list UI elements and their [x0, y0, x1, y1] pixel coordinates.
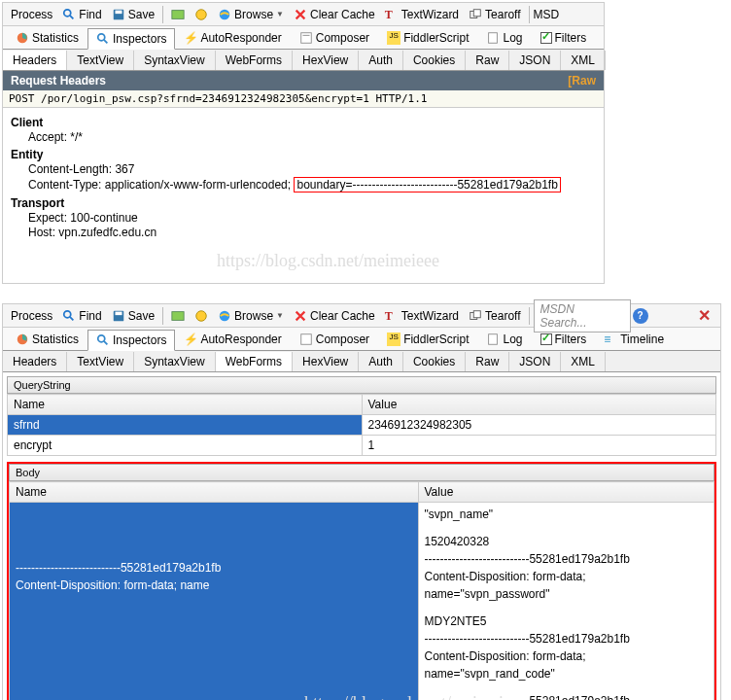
- tearoff-label: Tearoff: [485, 8, 520, 21]
- process-button[interactable]: Process: [7, 6, 56, 23]
- tearoff-button[interactable]: Tearoff: [465, 307, 524, 325]
- save-button[interactable]: Save: [108, 307, 158, 325]
- bottom-inspector-tabs: Statistics Inspectors ⚡AutoResponder Com…: [3, 328, 720, 351]
- table-row[interactable]: ---------------------------55281ed179a2b…: [10, 503, 714, 701]
- image-icon: [171, 8, 185, 21]
- text-wizard-button[interactable]: T TextWizard: [381, 6, 463, 23]
- textwizard-icon: T: [385, 309, 399, 323]
- svg-line-11: [104, 39, 108, 43]
- content-type-pre: Content-Type: application/x-www-form-url…: [28, 178, 291, 192]
- process-button[interactable]: Process: [7, 307, 56, 325]
- tab-timeline[interactable]: ≡Timeline: [595, 329, 673, 350]
- top-panel: Process Find Save Browse ▼ Clear Cache T…: [2, 2, 605, 284]
- bottom-panel: Process Find Save Browse▼ Clear Cache TT…: [2, 303, 721, 700]
- subtab-raw[interactable]: Raw: [466, 51, 509, 70]
- content-length-header: Content-Length: 367: [11, 162, 596, 176]
- tab-composer[interactable]: Composer: [291, 27, 378, 49]
- table-row[interactable]: sfrnd 2346912324982305: [8, 415, 716, 436]
- body-name-cell: ---------------------------55281ed179a2b…: [10, 503, 419, 701]
- img1-button[interactable]: [167, 307, 189, 325]
- find-button[interactable]: Find: [58, 307, 105, 325]
- clear-cache-button[interactable]: Clear Cache: [290, 6, 379, 23]
- tab-filters[interactable]: Filters: [532, 329, 596, 350]
- tab-log[interactable]: Log: [477, 27, 531, 49]
- subtab-headers[interactable]: Headers: [3, 51, 67, 70]
- script-icon: JS: [387, 332, 400, 346]
- search-icon: [62, 309, 76, 323]
- text-wizard-button[interactable]: TTextWizard: [381, 307, 463, 325]
- subtab-hexview[interactable]: HexView: [293, 352, 359, 371]
- body-value-cell: "svpn_name" 1520420328 -----------------…: [418, 503, 714, 701]
- textwizard-icon: T: [385, 8, 399, 21]
- tab-autoresponder[interactable]: ⚡AutoResponder: [175, 27, 290, 49]
- subtab-cookies[interactable]: Cookies: [403, 352, 466, 371]
- subtab-webforms[interactable]: WebForms: [216, 352, 293, 371]
- subtab-textview[interactable]: TextView: [67, 352, 134, 371]
- separator: [529, 6, 530, 23]
- subtab-json[interactable]: JSON: [509, 51, 561, 70]
- save-button[interactable]: Save: [108, 6, 158, 23]
- subtab-hexview[interactable]: HexView: [293, 51, 359, 70]
- find-button[interactable]: Find: [58, 6, 105, 23]
- tab-composer[interactable]: Composer: [291, 329, 378, 350]
- clear-cache-label: Clear Cache: [310, 8, 375, 21]
- clear-cache-button[interactable]: Clear Cache: [290, 307, 379, 325]
- col-value[interactable]: Value: [418, 482, 714, 503]
- subtab-auth[interactable]: Auth: [359, 352, 403, 371]
- name-line2: Content-Disposition: form-data; name: [16, 577, 412, 594]
- img1-button[interactable]: [167, 6, 189, 23]
- tab-filters[interactable]: Filters: [532, 27, 596, 49]
- subtab-syntaxview[interactable]: SyntaxView: [134, 51, 215, 70]
- text-wizard-label: TextWizard: [401, 8, 459, 21]
- msdn-search-input[interactable]: MSDN Search...: [534, 299, 631, 332]
- tab-inspectors[interactable]: Inspectors: [87, 330, 175, 351]
- subtab-xml[interactable]: XML: [561, 51, 606, 70]
- stats-icon: [16, 31, 29, 45]
- browse-button[interactable]: Browse ▼: [214, 6, 288, 23]
- subtab-syntaxview[interactable]: SyntaxView: [134, 352, 215, 371]
- value-line7: Content-Disposition: form-data; name="sv…: [425, 648, 709, 682]
- separator: [162, 6, 163, 23]
- client-group: Client: [11, 116, 596, 129]
- tab-fiddlerscript[interactable]: JSFiddlerScript: [378, 27, 477, 49]
- subtab-json[interactable]: JSON: [509, 352, 561, 371]
- col-name[interactable]: Name: [8, 395, 363, 415]
- subtab-headers[interactable]: Headers: [3, 352, 67, 371]
- subtab-cookies[interactable]: Cookies: [403, 51, 466, 70]
- help-icon[interactable]: ?: [633, 308, 648, 324]
- dropdown-icon: ▼: [276, 311, 284, 320]
- value-line5: MDY2NTE5: [425, 612, 709, 630]
- subtab-xml[interactable]: XML: [561, 352, 606, 371]
- img2-button[interactable]: [191, 307, 212, 325]
- separator: [529, 307, 530, 325]
- col-name[interactable]: Name: [10, 482, 419, 503]
- subtab-auth[interactable]: Auth: [359, 51, 403, 70]
- headers-content: Client Accept: */* Entity Content-Length…: [3, 108, 604, 244]
- browse-button[interactable]: Browse▼: [214, 307, 288, 325]
- tearoff-icon: [469, 309, 482, 323]
- raw-link[interactable]: [Raw: [568, 74, 596, 88]
- bottom-request-subtabs: Headers TextView SyntaxView WebForms Hex…: [3, 351, 720, 372]
- host-header: Host: vpn.zufedfc.edu.cn: [11, 226, 596, 239]
- img2-button[interactable]: [191, 6, 212, 23]
- tab-statistics[interactable]: Statistics: [7, 329, 87, 350]
- tab-autoresponder[interactable]: ⚡AutoResponder: [175, 329, 290, 350]
- msdn-truncated: MSD: [534, 8, 560, 21]
- subtab-webforms[interactable]: WebForms: [216, 51, 293, 70]
- tab-fiddlerscript[interactable]: JSFiddlerScript: [378, 329, 477, 350]
- table-row[interactable]: encrypt 1: [8, 436, 716, 456]
- cell-value: 1: [362, 436, 716, 456]
- tearoff-button[interactable]: Tearoff: [465, 6, 524, 23]
- col-value[interactable]: Value: [362, 395, 716, 415]
- tab-log[interactable]: Log: [477, 329, 531, 350]
- stats-icon: [16, 332, 29, 346]
- subtab-textview[interactable]: TextView: [67, 51, 134, 70]
- value-line3: ---------------------------55281ed179a2b…: [425, 550, 709, 568]
- svg-rect-27: [301, 333, 312, 344]
- tab-inspectors[interactable]: Inspectors: [87, 28, 175, 50]
- close-button[interactable]: ✕: [692, 306, 716, 325]
- tab-statistics[interactable]: Statistics: [7, 27, 87, 49]
- composer-icon: [299, 332, 313, 346]
- value-line1: "svpn_name": [425, 506, 709, 523]
- subtab-raw[interactable]: Raw: [466, 352, 509, 371]
